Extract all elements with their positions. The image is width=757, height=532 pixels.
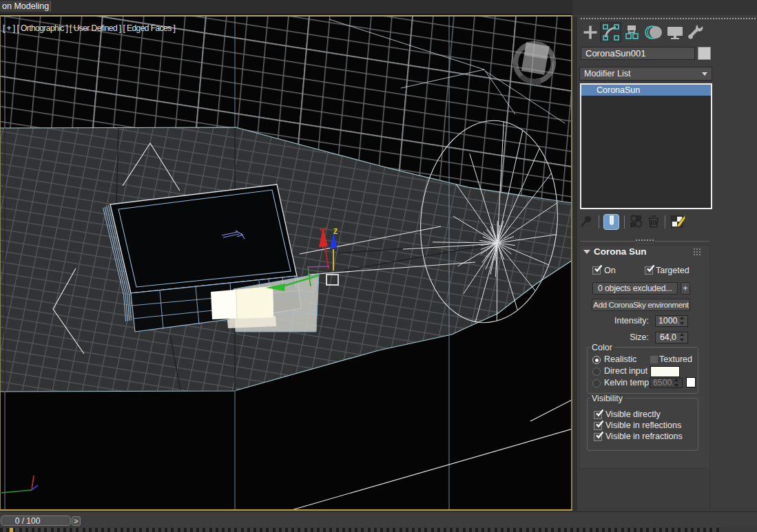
svg-text:S: S	[552, 56, 557, 63]
svg-text:N: N	[512, 63, 517, 70]
svg-text:Z: Z	[333, 228, 338, 235]
svg-text:[ + ] [ Orthographic ] [ User: [ + ] [ Orthographic ] [ User Defined ] …	[3, 23, 175, 33]
svg-text:W: W	[536, 81, 541, 87]
